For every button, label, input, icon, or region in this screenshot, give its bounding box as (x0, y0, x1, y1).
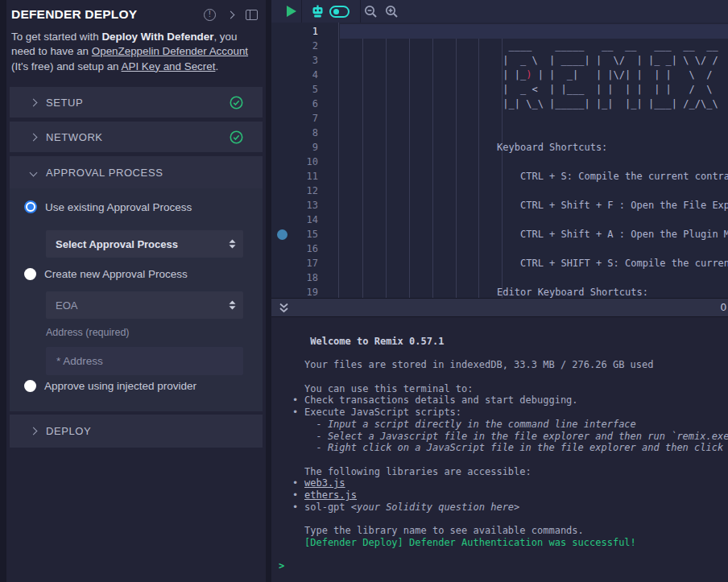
terminal-bar[interactable]: 0 (271, 298, 728, 317)
radio-create-new[interactable]: Create new Approval Process (24, 268, 188, 280)
web3js-link[interactable]: web3.js (304, 477, 345, 489)
ai-copilot-toggle[interactable] (329, 6, 350, 18)
text-segment: [Defender Deploy] Defender Authenticatio… (304, 537, 636, 548)
line-number[interactable]: 9 (312, 140, 318, 155)
radio-unselected-icon[interactable] (24, 380, 36, 392)
radio-selected-icon[interactable] (24, 200, 37, 213)
terminal-expand-icon[interactable] (279, 303, 289, 314)
text-segment: - Select a Javascript file in the file e… (304, 431, 728, 442)
breakpoint-dot[interactable] (277, 229, 287, 240)
editor-line (340, 184, 728, 198)
section-label: SETUP (46, 97, 83, 109)
line-number[interactable]: 5 (312, 82, 318, 97)
editor-gutter[interactable]: 12345678910111213141516171819 (271, 23, 338, 298)
select-arrows-icon (229, 300, 236, 310)
transactions-badge: 0 (721, 301, 726, 313)
check-circle-icon (230, 130, 243, 144)
line-number[interactable]: 6 (312, 97, 318, 111)
run-script-button[interactable] (287, 6, 296, 17)
text-segment: Type the library name to see available c… (304, 525, 584, 536)
line-number[interactable]: 16 (307, 241, 318, 256)
zoom-in-button[interactable] (385, 5, 399, 19)
line-number[interactable]: 15 (307, 227, 318, 241)
pin-panel-icon[interactable] (246, 10, 258, 20)
line-number[interactable]: 19 (307, 285, 318, 298)
line-number[interactable]: 1 (312, 24, 318, 39)
radio-injected-provider[interactable]: Approve using injected provider (24, 380, 196, 392)
line-number[interactable]: 17 (307, 256, 318, 270)
defender-deploy-panel: DEFENDER DEPLOY ! To get started with De… (6, 0, 266, 582)
openzeppelin-account-link[interactable]: OpenZeppelin Defender Account (92, 45, 248, 57)
intro-text: To get started with Deploy With Defender… (11, 30, 259, 74)
terminal-output: Welcome to Remix 0.57.1Your files are st… (271, 317, 728, 572)
line-number[interactable]: 7 (312, 111, 318, 126)
code-editor[interactable]: 12345678910111213141516171819 ____ _____… (271, 23, 728, 298)
line-number[interactable]: 14 (307, 213, 318, 227)
bullet-icon: • (292, 502, 298, 514)
chevron-right-icon (30, 427, 38, 435)
radio-unselected-icon[interactable] (24, 268, 36, 280)
terminal-line: •sol-gpt <your Solidity question here> (304, 502, 728, 514)
line-number[interactable]: 12 (307, 184, 318, 198)
editor-line (340, 155, 728, 169)
select-arrows-icon (229, 239, 236, 249)
remix-ide: DEFENDER DEPLOY ! To get started with De… (0, 0, 728, 582)
editor-line: | _ < | |___ | | | | | | / \ (340, 82, 728, 97)
radio-use-existing[interactable]: Use existing Approval Process (24, 200, 192, 213)
text-segment: Welcome to Remix 0.57.1 (304, 336, 444, 347)
line-number[interactable]: 3 (312, 53, 318, 68)
collapse-panel-icon[interactable] (227, 10, 235, 19)
terminal-line: You can use this terminal to: (304, 383, 728, 395)
terminal-line: •web3.js (304, 477, 728, 489)
ethersjs-link[interactable]: ethers.js (304, 489, 357, 501)
zoom-out-button[interactable] (364, 5, 378, 19)
bullet-icon: • (292, 489, 298, 502)
terminal-line (304, 371, 728, 383)
section-header-setup[interactable]: SETUP (10, 87, 263, 118)
text-segment: - Right click on a JavaScript file in th… (304, 442, 728, 453)
text-segment: . (215, 60, 218, 72)
text-segment: To get started with (11, 31, 101, 43)
editor-line (340, 213, 728, 227)
chevron-down-icon (30, 168, 38, 176)
terminal-line: •ethers.js (304, 489, 728, 502)
editor-line (340, 270, 728, 285)
line-number[interactable]: 2 (312, 39, 318, 53)
address-input[interactable] (46, 347, 243, 375)
bullet-icon: • (292, 394, 298, 407)
line-number[interactable]: 4 (312, 68, 318, 82)
section-header-deploy[interactable]: DEPLOY (10, 415, 263, 448)
editor-content[interactable]: ____ _____ __ __ ___ __ __ | _ \ | ____|… (338, 23, 728, 298)
editor-line: | |_) | | _| | |\/| | | | \ / (340, 68, 728, 82)
approval-type-select[interactable]: EOA (46, 291, 243, 319)
line-number[interactable]: 18 (307, 270, 318, 285)
editor-line (340, 111, 728, 126)
terminal-line: Welcome to Remix 0.57.1 (304, 336, 728, 348)
terminal-line: The following libraries are accessible: (304, 466, 728, 478)
terminal-line: - Select a Javascript file in the file e… (304, 431, 728, 443)
line-number[interactable]: 13 (307, 198, 318, 213)
editor-line: |_| \_\ |_____| |_| |_| |___| /_/\_\ (340, 97, 728, 111)
section-label: APPROVAL PROCESS (46, 167, 163, 179)
terminal-prompt[interactable]: > (279, 560, 728, 572)
api-key-link[interactable]: API Key and Secret (122, 60, 216, 72)
text-segment: Check transactions details and start deb… (304, 394, 578, 406)
editor-line: CTRL + Shift + F : Open the File Explore… (340, 198, 728, 213)
terminal: Welcome to Remix 0.57.1Your files are st… (271, 317, 728, 582)
terminal-line (304, 454, 728, 466)
text-segment: need to have an (11, 45, 92, 57)
toolbar-divider (360, 0, 361, 23)
line-number[interactable]: 11 (307, 169, 318, 184)
panel-header: DEFENDER DEPLOY ! (6, 0, 266, 22)
text-segment: <your Solidity question here> (351, 502, 520, 513)
section-header-approval-process[interactable]: APPROVAL PROCESS (10, 156, 263, 188)
line-number[interactable]: 10 (307, 155, 318, 169)
section-header-network[interactable]: NETWORK (10, 122, 263, 152)
panel-title: DEFENDER DEPLOY (11, 7, 137, 22)
text-segment: - Input a script directly in the command… (304, 419, 636, 430)
info-icon[interactable]: ! (204, 9, 216, 21)
line-number[interactable]: 8 (312, 126, 318, 140)
bullet-icon: • (292, 407, 298, 419)
ai-assistant-icon[interactable] (311, 5, 325, 18)
approval-process-select[interactable]: Select Approval Process (46, 230, 243, 258)
